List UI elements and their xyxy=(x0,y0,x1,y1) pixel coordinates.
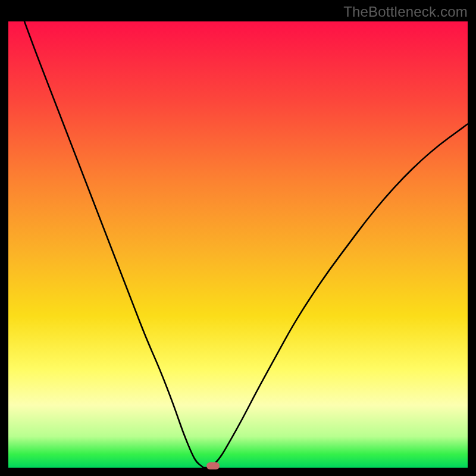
optimal-point-marker xyxy=(206,462,220,469)
chart-gradient-background xyxy=(8,21,468,468)
watermark-text: TheBottleneck.com xyxy=(343,4,468,20)
chart-frame xyxy=(8,21,468,468)
